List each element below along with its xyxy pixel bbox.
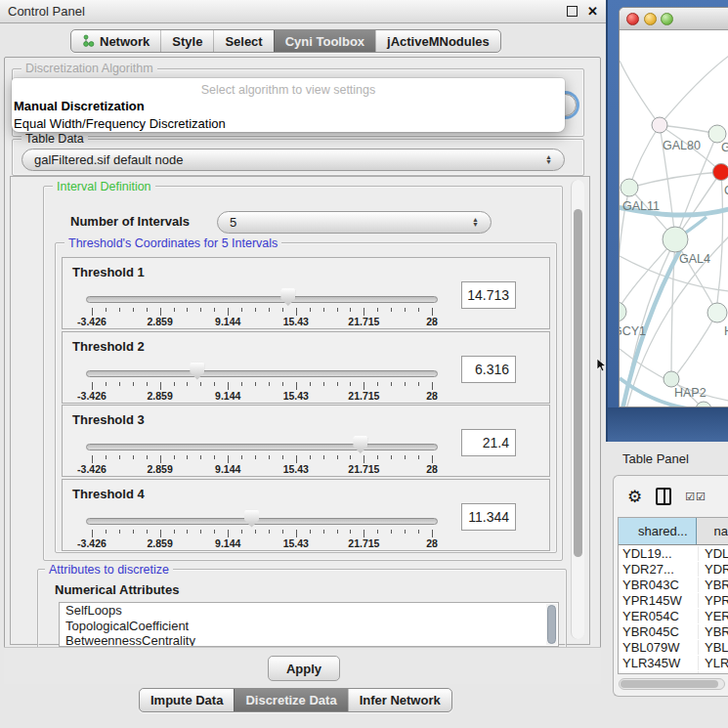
table-row[interactable]: YPR145WYPR1 [619,592,728,608]
tick-mark [391,308,392,312]
tick-mark [187,530,188,534]
network-node-item[interactable] [696,402,711,407]
attribute-item-betweennesscentrality[interactable]: BetweennessCentrality [60,633,558,647]
network-node-hap2[interactable] [664,371,679,387]
table-row[interactable]: YER054CYER0 [619,608,728,623]
threshold-slider[interactable]: -3.4262.8599.14415.4321.71528 [86,509,438,548]
tab-infer-network[interactable]: Infer Network [348,689,451,711]
slider-thumb-icon[interactable] [244,510,259,528]
settings-vertical-scrollbar[interactable] [571,180,584,639]
threshold-slider[interactable]: -3.4262.8599.14415.4321.71528 [86,362,438,401]
split-column-icon[interactable] [656,488,671,505]
number-of-intervals-value: 5 [230,215,236,230]
column-header-na[interactable]: na [697,518,728,544]
gear-icon[interactable]: ⚙ [627,489,642,505]
tick-mark [200,382,201,386]
tick-mark [418,455,419,459]
table-row[interactable]: YBL079WYBL0 [619,639,728,655]
close-light-icon[interactable] [626,13,639,25]
tab-select[interactable]: Select [213,30,273,52]
attributes-group-label: Attributes to discretize [45,563,173,577]
tick-mark [432,530,433,537]
network-node-gal11[interactable] [621,179,638,196]
table-row[interactable]: YDR27...YDR2 [619,561,728,577]
minimize-light-icon[interactable] [644,13,657,25]
apply-button[interactable]: Apply [268,656,340,681]
table-row[interactable]: YDL19...YDL1 [619,545,728,561]
network-node-gal80[interactable] [652,117,667,133]
slider-track[interactable] [86,296,438,303]
checkbox-icons[interactable]: ☑☑ [685,491,707,503]
threshold-value-field[interactable]: 11.344 [461,503,516,531]
slider-thumb-icon[interactable] [190,363,204,380]
algorithm-option-equal-width-frequency-discretization[interactable]: Equal Width/Frequency Discretization [12,115,565,132]
scale-label: 28 [426,390,438,402]
zoom-light-icon[interactable] [661,13,673,25]
network-edge[interactable] [629,125,660,188]
list-scrollbar[interactable] [546,604,557,645]
table-data-combo[interactable]: galFiltered.sif default node ▲▼ [21,149,565,171]
network-edge[interactable] [660,56,728,125]
network-edge[interactable] [620,61,660,125]
network-node-c[interactable] [713,164,728,181]
table-horizontal-scrollbar[interactable] [619,678,725,690]
tick-mark [147,455,148,459]
scrollbar-thumb[interactable] [574,209,582,557]
number-of-intervals-combo[interactable]: 5 ▲▼ [217,211,492,234]
table-data-combo-value: galFiltered.sif default node [34,152,183,167]
cell-name: YBR0 [699,624,728,639]
slider-track[interactable] [86,370,438,377]
tab-jactivemnodules[interactable]: jActiveMNodules [375,30,500,52]
network-node-gal4[interactable] [663,227,688,252]
table-row[interactable]: YLR345WYLR3 [619,655,728,670]
scale-label: 2.859 [147,463,172,475]
scrollbar-thumb[interactable] [621,680,718,688]
tick-mark [241,308,242,312]
list-scrollbar-thumb[interactable] [547,605,556,644]
threshold-value-field[interactable]: 21.4 [461,429,516,456]
column-header-shared[interactable]: shared... [619,518,697,544]
table-row[interactable]: YIL052CYIL0 [619,670,728,674]
network-edge[interactable] [629,172,721,188]
algorithm-option-manual-discretization[interactable]: Manual Discretization [12,98,565,115]
threshold-value-field[interactable]: 14.713 [461,281,516,309]
slider-track[interactable] [86,518,438,525]
tick-mark [119,455,120,459]
tab-impute-data[interactable]: Impute Data [140,689,234,711]
cell-shared-name: YIL052C [619,671,699,675]
scale-label: 15.43 [283,390,309,402]
attribute-item-selfloops[interactable]: SelfLoops [60,603,558,619]
table-data-label: Table Data [21,132,88,146]
tick-mark [214,530,215,534]
tab-discretize-data[interactable]: Discretize Data [234,689,347,711]
close-icon[interactable]: ✕ [587,5,598,18]
attribute-item-topologicalcoefficient[interactable]: TopologicalCoefficient [60,619,558,634]
thresholds-group: Threshold 1-3.4262.8599.14415.4321.71528… [55,242,557,553]
network-edge[interactable] [717,172,722,303]
node-label: H [724,324,728,338]
table-row[interactable]: YBR043CYBR0 [619,577,728,592]
threshold-value-field[interactable]: 6.316 [461,356,516,383]
threshold-label: Threshold 1 [72,265,145,279]
tab-network[interactable]: Network [71,30,160,52]
table-row[interactable]: YBR045CYBR0 [619,623,728,639]
network-node-h[interactable] [707,303,727,322]
tab-cyni-toolbox[interactable]: Cyni Toolbox [274,30,375,52]
cell-name: YDL1 [699,546,728,561]
threshold-slider[interactable]: -3.4262.8599.14415.4321.71528 [86,287,438,326]
tab-style[interactable]: Style [160,30,213,52]
network-edge[interactable] [675,313,717,376]
threshold-slider[interactable]: -3.4262.8599.14415.4321.71528 [86,435,438,474]
tab-label: jActiveMNodules [387,34,490,49]
tick-mark [160,530,161,537]
numerical-attributes-list[interactable]: SelfLoopsTopologicalCoefficientBetweenne… [59,602,559,647]
network-node-gcy1[interactable] [620,302,626,321]
network-canvas[interactable]: GAL80GCGAL11GAL4GCY1HHAP2 [620,30,728,407]
float-window-icon[interactable] [567,6,578,17]
slider-track[interactable] [86,444,438,450]
scale-label: 9.144 [215,390,240,402]
slider-scale-labels: -3.4262.8599.14415.4321.71528 [86,537,438,549]
tick-mark [214,308,215,312]
slider-thumb-icon[interactable] [353,436,367,453]
slider-thumb-icon[interactable] [280,288,295,306]
